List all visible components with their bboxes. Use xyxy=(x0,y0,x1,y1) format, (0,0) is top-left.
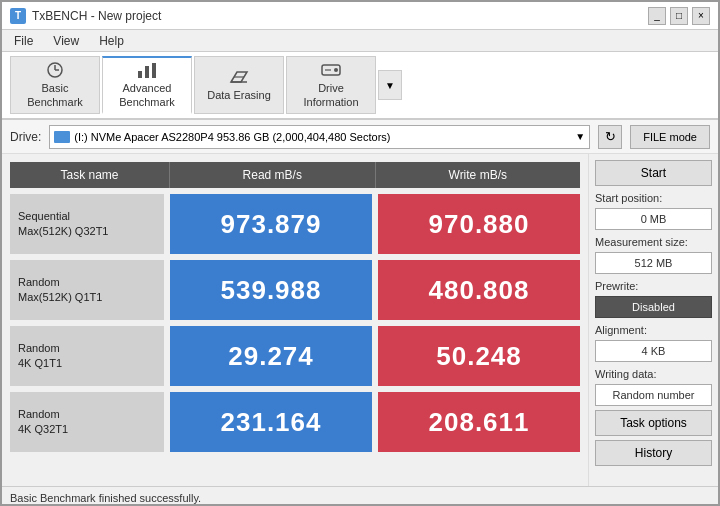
start-position-value: 0 MB xyxy=(595,208,712,230)
history-button[interactable]: History xyxy=(595,440,712,466)
drive-bar: Drive: (I:) NVMe Apacer AS2280P4 953.86 … xyxy=(2,120,718,154)
writing-data-label: Writing data: xyxy=(595,368,712,380)
row-3-name: Random4K Q1T1 xyxy=(10,326,164,386)
tab-drive-label: DriveInformation xyxy=(303,82,358,108)
menu-help[interactable]: Help xyxy=(95,32,128,50)
drive-small-icon xyxy=(54,131,70,143)
row-1-read: 973.879 xyxy=(170,194,372,254)
app-icon: T xyxy=(10,8,26,24)
menu-bar: File View Help xyxy=(2,30,718,52)
window-title: TxBENCH - New project xyxy=(32,9,161,23)
measurement-size-value: 512 MB xyxy=(595,252,712,274)
table-row: RandomMax(512K) Q1T1 539.988 480.808 xyxy=(10,260,580,320)
tab-advanced-label: AdvancedBenchmark xyxy=(119,82,175,108)
minimize-button[interactable]: _ xyxy=(648,7,666,25)
main-content: Task name Read mB/s Write mB/s Sequentia… xyxy=(2,154,718,486)
row-1-write: 970.880 xyxy=(378,194,580,254)
close-button[interactable]: × xyxy=(692,7,710,25)
prewrite-value: Disabled xyxy=(595,296,712,318)
menu-view[interactable]: View xyxy=(49,32,83,50)
drive-icon xyxy=(319,61,343,79)
tab-data-erasing[interactable]: Data Erasing xyxy=(194,56,284,114)
start-position-label: Start position: xyxy=(595,192,712,204)
tab-basic-benchmark[interactable]: BasicBenchmark xyxy=(10,56,100,114)
row-4-write: 208.611 xyxy=(378,392,580,452)
window-controls: _ □ × xyxy=(648,7,710,25)
right-panel: Start Start position: 0 MB Measurement s… xyxy=(588,154,718,486)
row-3-read: 29.274 xyxy=(170,326,372,386)
start-button[interactable]: Start xyxy=(595,160,712,186)
row-4-name: Random4K Q32T1 xyxy=(10,392,164,452)
table-header: Task name Read mB/s Write mB/s xyxy=(10,162,580,188)
drive-text: (I:) NVMe Apacer AS2280P4 953.86 GB (2,0… xyxy=(74,131,390,143)
svg-rect-3 xyxy=(138,71,142,78)
svg-point-9 xyxy=(334,68,338,72)
status-bar: Basic Benchmark finished successfully. xyxy=(2,486,718,506)
drive-label: Drive: xyxy=(10,130,41,144)
row-2-name: RandomMax(512K) Q1T1 xyxy=(10,260,164,320)
row-3-write: 50.248 xyxy=(378,326,580,386)
drive-refresh-button[interactable]: ↻ xyxy=(598,125,622,149)
row-4-read: 231.164 xyxy=(170,392,372,452)
title-bar-left: T TxBENCH - New project xyxy=(10,8,161,24)
tab-basic-label: BasicBenchmark xyxy=(27,82,83,108)
tab-erase-label: Data Erasing xyxy=(207,89,271,102)
row-2-read: 539.988 xyxy=(170,260,372,320)
alignment-value: 4 KB xyxy=(595,340,712,362)
dropdown-arrow-icon: ▼ xyxy=(575,131,585,142)
measurement-size-label: Measurement size: xyxy=(595,236,712,248)
svg-rect-5 xyxy=(152,63,156,78)
benchmark-area: Task name Read mB/s Write mB/s Sequentia… xyxy=(2,154,588,486)
table-row: SequentialMax(512K) Q32T1 973.879 970.88… xyxy=(10,194,580,254)
chart-icon xyxy=(135,61,159,79)
toolbar: BasicBenchmark AdvancedBenchmark Data Er… xyxy=(2,52,718,120)
table-row: Random4K Q1T1 29.274 50.248 xyxy=(10,326,580,386)
alignment-label: Alignment: xyxy=(595,324,712,336)
erase-icon xyxy=(227,68,251,86)
toolbar-more-button[interactable]: ▼ xyxy=(378,70,402,100)
tab-drive-information[interactable]: DriveInformation xyxy=(286,56,376,114)
status-text: Basic Benchmark finished successfully. xyxy=(10,492,201,504)
file-mode-button[interactable]: FILE mode xyxy=(630,125,710,149)
svg-rect-4 xyxy=(145,66,149,78)
clock-icon xyxy=(43,61,67,79)
tab-advanced-benchmark[interactable]: AdvancedBenchmark xyxy=(102,56,192,114)
drive-select-inner: (I:) NVMe Apacer AS2280P4 953.86 GB (2,0… xyxy=(54,131,571,143)
prewrite-label: Prewrite: xyxy=(595,280,712,292)
header-task-name: Task name xyxy=(10,162,170,188)
row-2-write: 480.808 xyxy=(378,260,580,320)
maximize-button[interactable]: □ xyxy=(670,7,688,25)
task-options-button[interactable]: Task options xyxy=(595,410,712,436)
header-read: Read mB/s xyxy=(170,162,376,188)
row-1-name: SequentialMax(512K) Q32T1 xyxy=(10,194,164,254)
header-write: Write mB/s xyxy=(376,162,581,188)
drive-selector[interactable]: (I:) NVMe Apacer AS2280P4 953.86 GB (2,0… xyxy=(49,125,590,149)
writing-data-value: Random number xyxy=(595,384,712,406)
title-bar: T TxBENCH - New project _ □ × xyxy=(2,2,718,30)
menu-file[interactable]: File xyxy=(10,32,37,50)
table-row: Random4K Q32T1 231.164 208.611 xyxy=(10,392,580,452)
